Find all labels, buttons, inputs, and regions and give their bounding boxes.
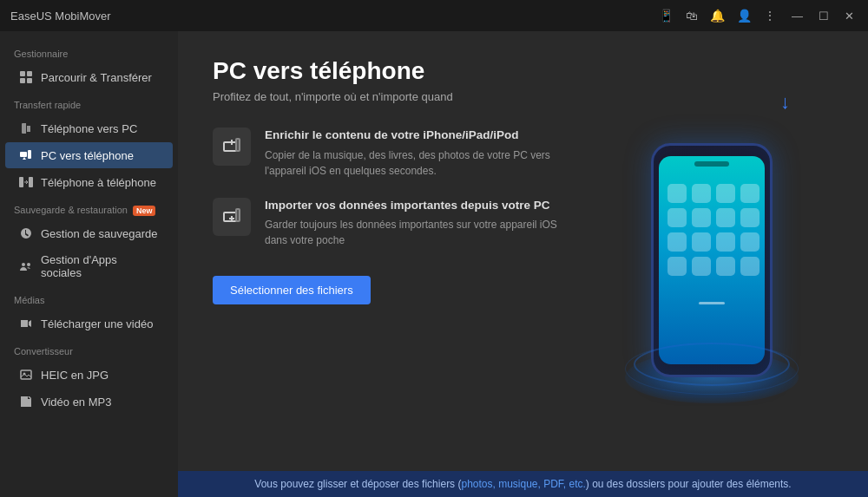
- backup-icon: [19, 226, 33, 240]
- sidebar-item-label: Gestion d'Apps sociales: [41, 253, 159, 279]
- bag-icon[interactable]: 🛍: [686, 9, 698, 23]
- app-icon: [667, 208, 687, 227]
- feature-text-import: Importer vos données importantes depuis …: [265, 198, 573, 249]
- svg-rect-5: [28, 150, 31, 159]
- grid-icon: [19, 70, 33, 84]
- sidebar-item-heic-jpg[interactable]: HEIC en JPG: [5, 362, 173, 388]
- window-controls: — ☐ ✕: [788, 8, 858, 24]
- phone-to-pc-icon: [19, 121, 33, 135]
- sidebar-item-label: Téléphone vers PC: [41, 122, 137, 135]
- mp3-icon: [19, 395, 33, 409]
- page-title: PC vers téléphone: [213, 57, 573, 85]
- svg-rect-21: [236, 209, 240, 221]
- heic-icon: [19, 368, 33, 382]
- sidebar-item-label: Vidéo en MP3: [41, 396, 111, 409]
- app-icon: [716, 184, 735, 203]
- titlebar-icons: 📱 🛍 🔔 👤 ⋮: [659, 9, 776, 23]
- app-icon: [692, 232, 711, 252]
- svg-rect-17: [224, 213, 236, 221]
- sidebar-item-telephone-vers-pc[interactable]: Téléphone vers PC: [5, 115, 173, 141]
- download-arrow-icon: ↓: [780, 91, 790, 114]
- app-icon: [740, 257, 760, 276]
- close-button[interactable]: ✕: [841, 8, 858, 24]
- app-icon: [692, 184, 711, 203]
- svg-rect-7: [29, 177, 33, 187]
- grid-icon[interactable]: ⋮: [764, 9, 776, 23]
- app-icon: [667, 257, 687, 276]
- section-gestionnaire: Gestionnaire: [0, 40, 178, 63]
- app-icon: [692, 208, 711, 227]
- app-grid: [659, 167, 765, 284]
- app-icon: [667, 184, 687, 203]
- social-icon: [19, 259, 33, 273]
- sidebar-item-gestion-apps[interactable]: Gestion d'Apps sociales: [5, 247, 173, 285]
- person-icon[interactable]: 👤: [737, 9, 752, 23]
- svg-point-9: [27, 263, 30, 266]
- app-icon: [716, 257, 735, 276]
- minimize-button[interactable]: —: [788, 8, 806, 24]
- titlebar: EaseUS MobiMover 📱 🛍 🔔 👤 ⋮ — ☐ ✕: [0, 0, 868, 31]
- main-layout: Gestionnaire Parcourir & Transférer Tran…: [0, 31, 868, 497]
- svg-point-8: [22, 263, 25, 266]
- app-icon: [740, 208, 760, 227]
- svg-rect-1: [27, 71, 32, 76]
- feature-desc-import: Garder toujours les données importantes …: [265, 217, 573, 248]
- svg-rect-3: [27, 78, 32, 83]
- sidebar-item-parcourir[interactable]: Parcourir & Transférer: [5, 64, 173, 90]
- svg-rect-10: [21, 370, 31, 379]
- sidebar-item-label: Parcourir & Transférer: [41, 71, 152, 84]
- app-title: EaseUS MobiMover: [10, 10, 111, 23]
- content-main: PC vers téléphone Profitez de tout, n'im…: [178, 31, 868, 471]
- sidebar-item-label: HEIC en JPG: [41, 369, 108, 382]
- video-icon: [19, 317, 33, 330]
- sidebar-item-label: PC vers téléphone: [41, 149, 134, 162]
- feature-icon-import: [213, 198, 251, 236]
- app-icon: [692, 257, 711, 276]
- sidebar-item-video-mp3[interactable]: Vidéo en MP3: [5, 389, 173, 415]
- feature-card-import: Importer vos données importantes depuis …: [213, 198, 573, 249]
- pc-to-phone-icon: [19, 148, 33, 162]
- phone-to-phone-icon: [19, 175, 33, 189]
- app-icon: [667, 232, 687, 252]
- phone-screen: [659, 156, 765, 364]
- status-prefix: Vous pouvez glisser et déposer des fichi…: [254, 478, 461, 490]
- sidebar-item-telecharger-video[interactable]: Télécharger une vidéo: [5, 311, 173, 337]
- app-icon: [740, 184, 760, 203]
- app-icon: [716, 232, 735, 252]
- feature-card-enrich: Enrichir le contenu de votre iPhone/iPad…: [213, 128, 573, 179]
- status-suffix: ) ou des dossiers pour ajouter des éléme…: [586, 478, 792, 490]
- phone-scene: ↓: [616, 108, 807, 403]
- feature-desc-enrich: Copier de la musique, des livres, des ph…: [265, 147, 573, 179]
- content-left: PC vers téléphone Profitez de tout, n'im…: [213, 57, 573, 454]
- svg-rect-2: [20, 78, 25, 83]
- svg-rect-4: [20, 152, 27, 157]
- app-icon: [740, 232, 760, 252]
- bell-icon[interactable]: 🔔: [710, 9, 725, 23]
- sidebar: Gestionnaire Parcourir & Transférer Tran…: [0, 31, 178, 497]
- svg-rect-13: [224, 142, 236, 151]
- status-bar: Vous pouvez glisser et déposer des fichi…: [178, 471, 868, 497]
- sidebar-item-pc-vers-telephone[interactable]: PC vers téléphone: [5, 142, 173, 168]
- svg-rect-16: [236, 139, 240, 151]
- sidebar-item-telephone-a-telephone[interactable]: Téléphone à téléphone: [5, 169, 173, 195]
- app-icon: [716, 208, 735, 227]
- svg-rect-0: [20, 71, 25, 76]
- status-links: photos, musique, PDF, etc.: [461, 478, 585, 490]
- svg-point-12: [24, 402, 28, 405]
- device-icon[interactable]: 📱: [659, 9, 674, 23]
- phone-illustration: ↓: [590, 57, 833, 454]
- new-badge: New: [133, 206, 156, 216]
- section-medias: Médias: [0, 286, 178, 310]
- sidebar-item-label: Gestion de sauvegarde: [41, 227, 157, 240]
- page-subtitle: Profitez de tout, n'importe où et n'impo…: [213, 90, 573, 103]
- feature-title-enrich: Enrichir le contenu de votre iPhone/iPad…: [265, 128, 573, 143]
- sidebar-item-gestion-sauvegarde[interactable]: Gestion de sauvegarde: [5, 220, 173, 246]
- feature-title-import: Importer vos données importantes depuis …: [265, 198, 573, 213]
- maximize-button[interactable]: ☐: [815, 8, 832, 24]
- section-convertisseur: Convertisseur: [0, 337, 178, 361]
- sidebar-item-label: Téléphone à téléphone: [41, 176, 156, 189]
- section-sauvegarde: Sauvegarde & restauration New: [0, 196, 178, 219]
- select-files-button[interactable]: Sélectionner des fichiers: [213, 276, 371, 304]
- svg-rect-6: [19, 177, 23, 187]
- feature-text-enrich: Enrichir le contenu de votre iPhone/iPad…: [265, 128, 573, 179]
